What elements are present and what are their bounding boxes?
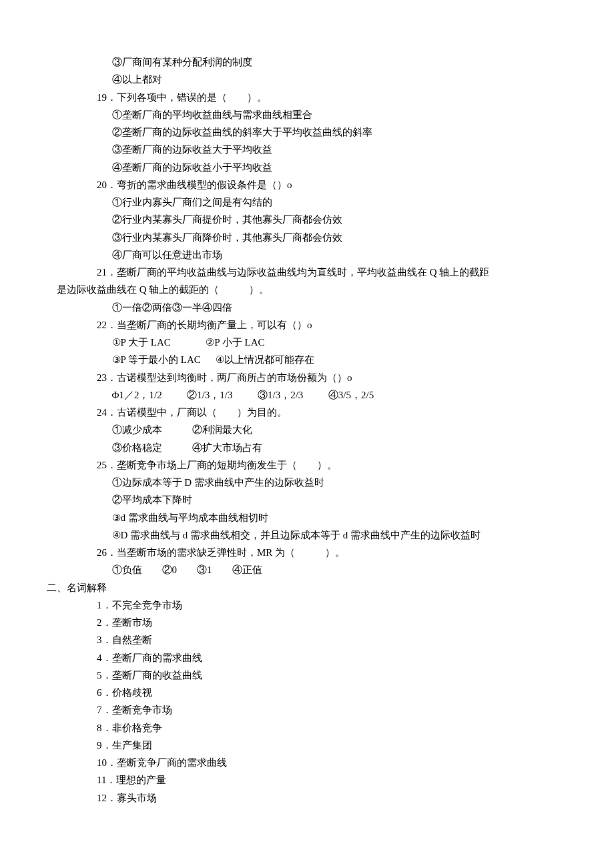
q19-option-2: ②垄断厂商的边际收益曲线的斜率大于平均收益曲线的斜率 xyxy=(47,123,567,141)
q20-option-3: ③行业内某寡头厂商降价时，其他寡头厂商都会仿效 xyxy=(47,229,567,246)
q25-option-3: ③d 需求曲线与平均成本曲线相切时 xyxy=(47,509,567,526)
term-item: 3．自然垄断 xyxy=(47,631,567,648)
q19-option-1: ①垄断厂商的平均收益曲线与需求曲线相重合 xyxy=(47,106,567,123)
q20-option-4: ④厂商可以任意进出市场 xyxy=(47,246,567,264)
q18-option-3: ③厂商间有某种分配利润的制度 xyxy=(47,53,567,71)
q22-stem: 22．当垄断厂商的长期均衡产量上，可以有（）o xyxy=(47,316,567,334)
q26-options: ①负值 ②0 ③1 ④正值 xyxy=(47,561,567,578)
q24-stem: 24．古诺模型中，厂商以（ ）为目的。 xyxy=(47,404,567,421)
term-item: 5．垄断厂商的收益曲线 xyxy=(47,667,567,684)
q22-options-row2: ③P 等于最小的 LAC ④以上情况都可能存在 xyxy=(47,351,567,368)
section-2-header: 二、名词解释 xyxy=(47,579,567,596)
term-item: 12．寡头市场 xyxy=(47,789,567,807)
q20-option-1: ①行业内寡头厂商们之间是有勾结的 xyxy=(47,193,567,211)
q26-stem: 26．当垄断市场的需求缺乏弹性时，MR 为（ ）。 xyxy=(47,544,567,561)
q23-options: Φ1／2，1/2 ②1/3，1/3 ③1/3，2/3 ④3/5，2/5 xyxy=(47,386,567,404)
q18-option-4: ④以上都对 xyxy=(47,71,567,88)
term-item: 7．垄断竞争市场 xyxy=(47,701,567,719)
q21-stem-line1: 21．垄断厂商的平均收益曲线与边际收益曲线均为直线时，平均收益曲线在 Q 轴上的… xyxy=(47,264,567,281)
term-item: 4．垄断厂商的需求曲线 xyxy=(47,649,567,667)
term-item: 2．垄断市场 xyxy=(47,614,567,631)
q20-stem: 20．弯折的需求曲线模型的假设条件是（）o xyxy=(47,176,567,193)
q24-options-row1: ①减少成本 ②利润最大化 xyxy=(47,421,567,438)
q23-stem: 23．古诺模型达到均衡时，两厂商所占的市场份额为（）o xyxy=(47,369,567,386)
q21-stem-line2: 是边际收益曲线在 Q 轴上的截距的（ ）。 xyxy=(47,281,567,298)
q21-options: ①一倍②两倍③一半④四倍 xyxy=(47,299,567,316)
q25-option-4: ④D 需求曲线与 d 需求曲线相交，并且边际成本等于 d 需求曲线中产生的边际收… xyxy=(47,526,567,544)
q25-option-1: ①边际成本等于 D 需求曲线中产生的边际收益时 xyxy=(47,474,567,491)
q22-options-row1: ①P 大于 LAC ②P 小于 LAC xyxy=(47,334,567,351)
q19-stem: 19．下列各项中，错误的是（ ）。 xyxy=(47,89,567,106)
term-item: 9．生产集团 xyxy=(47,737,567,754)
q24-options-row2: ③价格稳定 ④扩大市场占有 xyxy=(47,439,567,456)
document-content: ③厂商间有某种分配利润的制度 ④以上都对 19．下列各项中，错误的是（ ）。 ①… xyxy=(47,53,567,807)
q20-option-2: ②行业内某寡头厂商提价时，其他寡头厂商都会仿效 xyxy=(47,211,567,228)
q25-option-2: ②平均成本下降时 xyxy=(47,491,567,508)
term-item: 8．非价格竞争 xyxy=(47,719,567,737)
q19-option-3: ③垄断厂商的边际收益大于平均收益 xyxy=(47,141,567,158)
term-item: 11．理想的产量 xyxy=(47,771,567,789)
q19-option-4: ④垄断厂商的边际收益小于平均收益 xyxy=(47,159,567,176)
term-item: 10．垄断竞争厂商的需求曲线 xyxy=(47,754,567,771)
term-item: 1．不完全竞争市场 xyxy=(47,596,567,614)
term-item: 6．价格歧视 xyxy=(47,684,567,701)
q25-stem: 25．垄断竞争市场上厂商的短期均衡发生于（ ）。 xyxy=(47,456,567,474)
